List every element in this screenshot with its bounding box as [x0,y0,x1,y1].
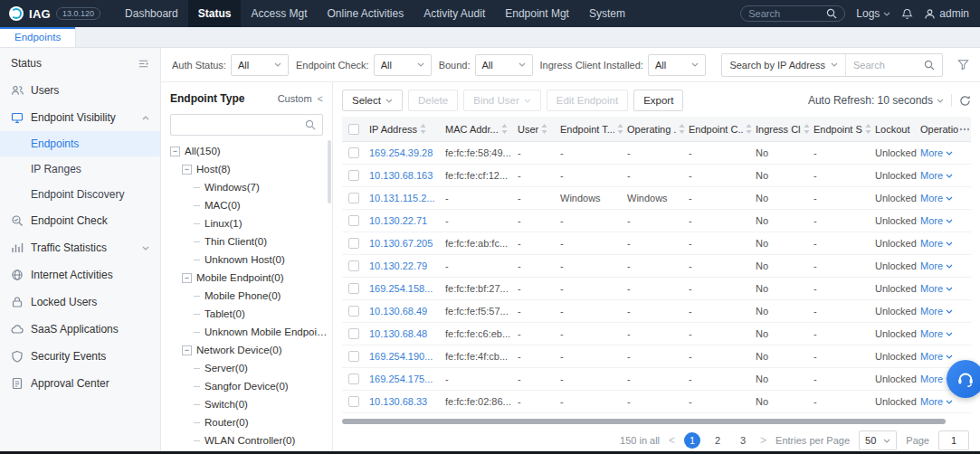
cell-ip-address[interactable]: 169.254.175... [366,374,442,384]
more-button[interactable]: More [920,238,958,249]
sidebar-collapse-icon[interactable] [138,58,149,70]
entries-per-page-select[interactable]: 50 [859,430,897,450]
column-header-operation[interactable]: Operation [917,124,958,135]
tree-search[interactable] [170,114,323,136]
more-button[interactable]: More [920,306,958,317]
more-button[interactable]: More [920,351,958,362]
column-header-endpoint-status[interactable]: Endpoint S... [810,124,871,135]
more-button[interactable]: More [920,396,958,407]
cell-ip-address[interactable]: 10.130.68.33 [366,396,442,407]
filter-select-endpoint-check[interactable]: All [374,54,432,76]
sort-icon[interactable] [804,124,810,134]
tree-node-server-0[interactable]: Server(0) [161,359,332,377]
row-checkbox[interactable] [348,328,359,339]
sidebar-item-saas-applications[interactable]: SaaS Applications [0,316,160,343]
sidebar-item-endpoint-visibility[interactable]: Endpoint Visibility [0,104,160,131]
search-icon[interactable] [924,60,935,71]
cell-ip-address[interactable]: 10.130.22.71 [366,215,442,226]
cell-ip-address[interactable]: 10.130.68.48 [366,328,442,339]
tab-endpoints[interactable]: Endpoints [0,27,76,47]
user-menu[interactable]: admin [924,7,969,20]
more-button[interactable]: More [920,328,958,339]
column-settings-icon[interactable] [958,128,971,131]
tree-node-mobile-phone-0[interactable]: Mobile Phone(0) [161,287,332,305]
tree-node-sangfor-device-0[interactable]: Sangfor Device(0) [161,377,332,395]
row-checkbox[interactable] [348,193,359,203]
sidebar-item-internet-activities[interactable]: Internet Activities [0,261,160,288]
page-button-2[interactable]: 2 [709,432,726,449]
row-checkbox[interactable] [348,238,359,249]
tree-node-tablet-0[interactable]: Tablet(0) [161,305,332,323]
refresh-icon[interactable] [959,95,971,107]
select-button[interactable]: Select [342,90,403,111]
more-button[interactable]: More [920,170,958,181]
row-checkbox[interactable] [348,260,359,271]
sort-icon[interactable] [617,124,623,134]
next-page-button[interactable]: > [760,434,766,447]
tree-collapse-icon[interactable]: − [182,345,192,355]
tree-node-unknown-host-0[interactable]: Unknown Host(0) [161,251,332,269]
more-button[interactable]: More [920,147,958,158]
column-header-ip-address[interactable]: IP Address [366,124,442,135]
tree-node-thin-client-0[interactable]: Thin Client(0) [161,232,332,251]
filter-select-bound[interactable]: All [475,54,533,76]
sidebar-item-locked-users[interactable]: Locked Users [0,288,160,316]
column-header-operating-system[interactable]: Operating ... [623,124,685,135]
cell-ip-address[interactable]: 10.130.68.49 [366,306,442,317]
nav-item-access-mgt[interactable]: Access Mgt [241,0,317,27]
row-checkbox[interactable] [348,170,359,181]
logs-menu[interactable]: Logs [856,7,890,20]
sidebar-item-endpoint-check[interactable]: Endpoint Check [0,207,160,234]
row-checkbox[interactable] [348,283,359,294]
tree-node-switch-0[interactable]: Switch(0) [161,395,332,413]
cell-ip-address[interactable]: 169.254.158... [366,283,442,294]
tree-node-windows-7[interactable]: Windows(7) [161,178,332,196]
tree-search-input[interactable] [177,119,300,130]
tree-scrollbar[interactable] [328,140,331,203]
ip-search-input[interactable] [853,60,918,71]
cell-ip-address[interactable]: 10.131.115.2... [366,193,442,203]
sort-icon[interactable] [746,124,752,134]
support-chat-button[interactable] [947,360,980,398]
select-all-checkbox[interactable] [348,124,359,135]
sort-icon[interactable] [501,124,508,134]
sort-icon[interactable] [541,124,547,134]
row-checkbox[interactable] [348,306,359,317]
more-button[interactable]: More [920,193,958,203]
tree-node-wlan-controller-0[interactable]: WLAN Controller(0) [161,431,332,449]
nav-item-system[interactable]: System [579,0,635,27]
filter-select-ingress-client-installed[interactable]: All [648,54,706,76]
custom-link[interactable]: Custom < [278,93,323,104]
sidebar-item-ip-ranges[interactable]: IP Ranges [0,156,160,182]
row-checkbox[interactable] [348,396,359,407]
tree-node-linux-1[interactable]: Linux(1) [161,214,332,232]
search-by-dropdown[interactable]: Search by IP Address [722,60,845,71]
tree-node-host-8[interactable]: −Host(8) [161,160,332,178]
sidebar-item-endpoints[interactable]: Endpoints [0,131,160,156]
column-header-lockout[interactable]: Lockout [871,124,917,135]
sidebar-item-users[interactable]: Users [0,77,160,104]
search-icon[interactable] [826,8,837,19]
row-checkbox[interactable] [348,351,359,362]
sort-icon[interactable] [865,124,871,134]
nav-item-endpoint-mgt[interactable]: Endpoint Mgt [495,0,579,27]
nav-item-online-activities[interactable]: Online Activities [317,0,414,27]
cell-ip-address[interactable]: 10.130.68.163 [366,170,442,181]
column-header-ingress-client[interactable]: Ingress Cli... [752,124,810,135]
prev-page-button[interactable]: < [669,434,675,447]
sidebar-item-status[interactable]: Status [0,50,160,77]
tree-node-mac-0[interactable]: MAC(0) [161,196,332,214]
tree-node-unknown-mobile-endpoint-0[interactable]: Unknown Mobile Endpoint(0) [161,323,332,341]
page-button-3[interactable]: 3 [735,432,751,449]
more-button[interactable]: More [920,215,958,226]
sidebar-item-security-events[interactable]: Security Events [0,343,160,370]
tree-node-router-0[interactable]: Router(0) [161,413,332,431]
sort-icon[interactable] [420,124,426,134]
page-input[interactable] [938,430,969,450]
tree-collapse-icon[interactable]: − [182,273,192,283]
cell-ip-address[interactable]: 10.130.67.205 [366,238,442,249]
nav-item-dashboard[interactable]: Dashboard [115,0,188,27]
tree-node-mobile-endpoint-0[interactable]: −Mobile Endpoint(0) [161,269,332,287]
filter-funnel-icon[interactable] [957,59,969,71]
tree-node-all-150[interactable]: −All(150) [161,142,332,160]
